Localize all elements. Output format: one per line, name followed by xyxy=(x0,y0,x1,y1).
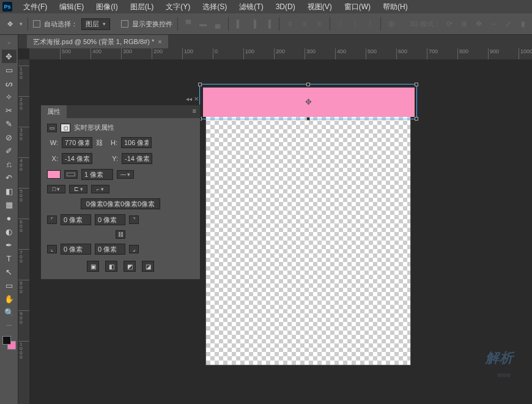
stroke-join-dropdown[interactable]: ⌐ xyxy=(91,185,109,193)
menu-help[interactable]: 帮助(H) xyxy=(377,2,414,12)
height-input[interactable] xyxy=(121,137,152,148)
stroke-swatch[interactable] xyxy=(64,170,78,179)
link-wh-icon[interactable]: ⛓ xyxy=(96,139,103,146)
brush-tool[interactable]: ✐ xyxy=(2,144,17,157)
transform-bounding-box[interactable]: ✥ xyxy=(199,84,417,119)
corner-br-input[interactable] xyxy=(95,244,125,255)
lasso-tool[interactable]: ᔕ xyxy=(2,77,17,90)
fill-swatch[interactable] xyxy=(47,170,61,179)
menu-filter[interactable]: 滤镜(T) xyxy=(233,2,269,12)
stamp-tool[interactable]: ⎌ xyxy=(2,157,17,171)
corner-bl-input[interactable] xyxy=(61,244,91,255)
align-bottom-icon[interactable]: ▄ xyxy=(212,18,223,29)
dist-right-icon[interactable]: ⋮ xyxy=(364,18,375,29)
menu-edit[interactable]: 编辑(E) xyxy=(53,2,90,12)
3d-camera-icon[interactable]: ▮ xyxy=(517,18,528,29)
dist-vcenter-icon[interactable]: ≡ xyxy=(299,18,310,29)
3d-pan-icon[interactable]: ✥ xyxy=(473,18,484,29)
panel-tab-properties[interactable]: 属性 xyxy=(41,105,67,118)
menu-window[interactable]: 窗口(W) xyxy=(338,2,377,12)
align-left-icon[interactable]: ▌ xyxy=(234,18,245,29)
text-tool[interactable]: T xyxy=(2,252,17,265)
eyedropper-tool[interactable]: ✎ xyxy=(2,117,17,130)
panel-collapse-icon[interactable]: ◂◂ ✕ xyxy=(186,95,199,102)
gradient-tool[interactable]: ▦ xyxy=(2,198,17,211)
rectangle-tool[interactable]: ▭ xyxy=(2,279,17,292)
x-input[interactable] xyxy=(62,153,92,164)
pen-tool[interactable]: ✒ xyxy=(2,238,17,252)
history-brush-tool[interactable]: ↶ xyxy=(2,171,17,184)
corner-tr-input[interactable] xyxy=(95,214,125,225)
dist-bottom-icon[interactable]: ≡ xyxy=(314,18,325,29)
ruler-h-mark: 0 xyxy=(213,48,218,59)
blur-tool[interactable]: ● xyxy=(2,211,17,225)
pathop-exclude-button[interactable]: ◪ xyxy=(142,261,154,272)
ruler-h-mark: 100 xyxy=(182,48,193,59)
magic-wand-tool[interactable]: ✧ xyxy=(2,90,17,103)
marquee-tool[interactable]: ▭ xyxy=(2,63,17,77)
3d-roll-icon[interactable]: ⊕ xyxy=(459,18,470,29)
menu-view[interactable]: 视图(V) xyxy=(301,2,338,12)
panel-menu-icon[interactable]: ≡ xyxy=(189,105,200,118)
transform-handle-t[interactable] xyxy=(306,83,310,86)
transform-handle-b[interactable] xyxy=(306,117,310,121)
move-tool[interactable]: ✥ xyxy=(2,50,17,63)
transform-handle-tl[interactable] xyxy=(198,83,202,86)
pathop-subtract-button[interactable]: ◧ xyxy=(105,261,117,272)
link-corners-icon[interactable]: ⛓ xyxy=(116,230,125,239)
menu-3d[interactable]: 3D(D) xyxy=(270,2,301,11)
corner-tl-input[interactable] xyxy=(61,214,91,225)
stroke-align-dropdown[interactable]: □ xyxy=(47,185,65,193)
ruler-horizontal[interactable]: 500 400 300 200 100 0 100 200 300 400 50… xyxy=(29,48,532,59)
document-tab[interactable]: 艺术海报.psd @ 50% (背景 1, RGB/8#) * × xyxy=(27,35,168,48)
show-transform-checkbox[interactable] xyxy=(121,20,128,28)
menu-image[interactable]: 图像(I) xyxy=(90,2,124,12)
dist-spacing-icon[interactable]: ⊞ xyxy=(386,18,397,29)
y-input[interactable] xyxy=(122,153,152,164)
align-right-icon[interactable]: ▐ xyxy=(263,18,274,29)
foreground-color-swatch[interactable] xyxy=(2,336,11,345)
edit-toolbar-icon[interactable]: ⋯ xyxy=(2,319,17,332)
path-select-tool[interactable]: ↖ xyxy=(2,265,17,279)
3d-rotate-icon[interactable]: ⟳ xyxy=(444,18,455,29)
dodge-tool[interactable]: ◐ xyxy=(2,225,17,238)
3d-scale-icon[interactable]: ⤢ xyxy=(503,18,514,29)
hand-tool[interactable]: ✋ xyxy=(2,292,17,305)
photoshop-app-icon: Ps xyxy=(2,2,12,12)
auto-select-dropdown[interactable]: 图层 xyxy=(81,18,110,30)
corner-br-icon: ⌟ xyxy=(129,245,139,253)
expand-tools-icon[interactable]: » xyxy=(2,36,17,50)
chevron-down-icon[interactable]: ▾ xyxy=(20,21,23,27)
zoom-tool[interactable]: 🔍 xyxy=(2,305,17,319)
dist-hcenter-icon[interactable]: ⋮ xyxy=(350,18,361,29)
crop-tool[interactable]: ✂ xyxy=(2,103,17,117)
transform-handle-br[interactable] xyxy=(415,117,418,121)
pathop-combine-button[interactable]: ▣ xyxy=(87,261,99,272)
menu-layer[interactable]: 图层(L) xyxy=(124,2,160,12)
auto-select-checkbox[interactable] xyxy=(33,20,40,28)
align-vcenter-icon[interactable]: ▬ xyxy=(198,18,209,29)
eraser-tool[interactable]: ◧ xyxy=(2,184,17,198)
canvas-area[interactable]: ◂◂ ✕ 属性 ≡ ▭ ◻ 实时形状属性 W: xyxy=(29,59,532,404)
menu-type[interactable]: 文字(Y) xyxy=(160,2,196,12)
align-top-icon[interactable]: ▀ xyxy=(183,18,194,29)
align-hcenter-icon[interactable]: ▐ xyxy=(248,18,259,29)
ruler-vertical[interactable]: 100 200 300 400 500 600 700 800 900 1000 xyxy=(18,59,29,404)
transform-handle-tr[interactable] xyxy=(415,83,418,86)
stroke-style-dropdown[interactable]: — xyxy=(117,170,134,179)
dist-left-icon[interactable]: ⋮ xyxy=(335,18,346,29)
properties-panel: ◂◂ ✕ 属性 ≡ ▭ ◻ 实时形状属性 W: xyxy=(40,105,201,280)
healing-brush-tool[interactable]: ⊘ xyxy=(2,130,17,144)
3d-slide-icon[interactable]: ↔ xyxy=(488,18,499,29)
corners-summary-input[interactable] xyxy=(81,198,160,209)
menu-select[interactable]: 选择(S) xyxy=(196,2,233,12)
menu-file[interactable]: 文件(F) xyxy=(17,2,53,12)
stroke-width-input[interactable] xyxy=(81,169,113,180)
stroke-cap-dropdown[interactable]: ⊏ xyxy=(69,185,87,193)
color-swatches[interactable] xyxy=(2,336,16,350)
width-input[interactable] xyxy=(62,137,92,148)
dist-top-icon[interactable]: ≡ xyxy=(284,18,295,29)
artboard[interactable] xyxy=(205,90,411,365)
close-tab-icon[interactable]: × xyxy=(158,38,161,45)
pathop-intersect-button[interactable]: ◩ xyxy=(124,261,136,272)
